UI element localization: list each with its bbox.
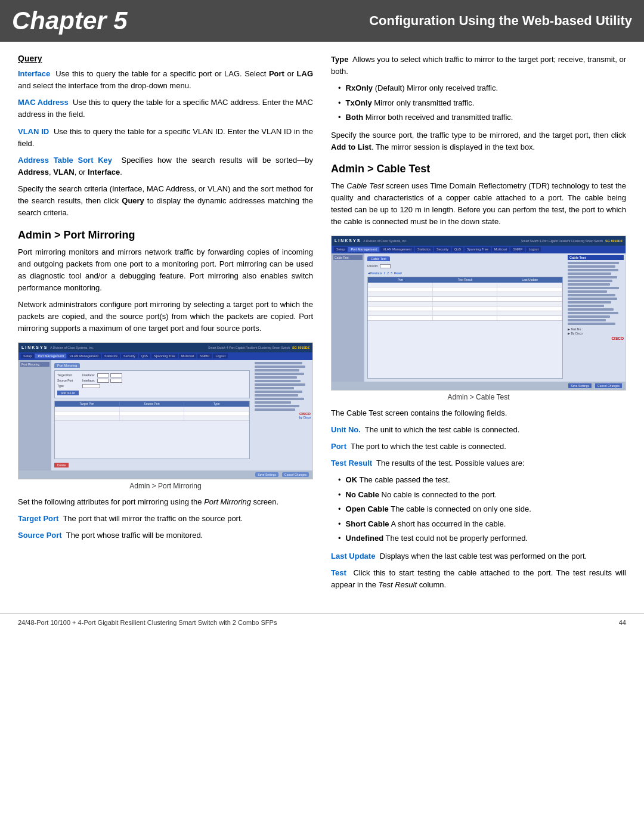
both-term: Both xyxy=(346,113,364,122)
ct-port-term: Port xyxy=(331,442,346,451)
last-update-para: Last Update Displays when the last cable… xyxy=(331,550,626,562)
pm-nav-spanning: Spanning Tree xyxy=(151,354,178,358)
rxonly-text: (Default) Mirror only received traffic. xyxy=(375,83,498,92)
cable-test-para1: The Cable Test screen uses Time Domain R… xyxy=(331,180,626,228)
target-port-term: Target Port xyxy=(18,514,58,523)
pm-nav-snmp: SNMP xyxy=(197,354,212,358)
source-port-para: Source Port The port whose traffic will … xyxy=(18,529,313,541)
ct-port-text: The port to which the test cable is conn… xyxy=(351,442,506,451)
undefined-text: The test could not be properly performed… xyxy=(386,534,528,543)
ct-logo: LINKSYS xyxy=(335,239,361,243)
cable-test-caption: Admin > Cable Test xyxy=(331,393,626,401)
pm-nav-qos: QoS xyxy=(139,354,150,358)
pm-type-select[interactable] xyxy=(82,384,100,388)
address-sort-para: Address Table Sort Key Specifies how the… xyxy=(18,154,313,178)
rxonly-item: RxOnly (Default) Mirror only received tr… xyxy=(331,82,626,94)
left-column: Query Interface Use this to query the ta… xyxy=(18,54,313,596)
short-cable-term: Short Cable xyxy=(346,519,389,528)
open-cable-text: The cable is connected on only one side. xyxy=(391,504,531,513)
ok-text: The cable passed the test. xyxy=(359,475,450,484)
pm-save-button[interactable]: Save Settings xyxy=(255,472,278,477)
port-mirroring-section: Admin > Port Mirroring Port mirroring mo… xyxy=(18,229,313,541)
right-column: Type Allows you to select which traffic … xyxy=(331,54,626,596)
ct-nav-sec: Security xyxy=(434,247,451,252)
open-cable-item: Open Cable The cable is connected on onl… xyxy=(331,503,626,515)
mac-address-para: MAC Address Use this to query the table … xyxy=(18,97,313,120)
ct-prev-link[interactable]: ◄Previous xyxy=(367,271,382,275)
ct-cancel-button[interactable]: Cancel Changes xyxy=(595,383,622,388)
port-mirroring-caption: Admin > Port Mirroring xyxy=(18,482,313,490)
ct-test-term: Test xyxy=(331,568,346,577)
ct-save-button[interactable]: Save Settings xyxy=(568,383,592,388)
txonly-term: TxOnly xyxy=(346,98,372,107)
pm-target-interface-select[interactable] xyxy=(97,373,109,377)
query-heading: Query xyxy=(18,54,313,63)
pm-target-port-select[interactable] xyxy=(110,373,122,377)
ct-test-text: Click this to start testing the cable at… xyxy=(331,568,626,589)
footer-page-number: 44 xyxy=(619,619,626,626)
type-term: Type xyxy=(331,55,348,64)
content-wrapper: Query Interface Use this to query the ta… xyxy=(0,42,644,608)
port-para: Port The port to which the test cable is… xyxy=(331,441,626,453)
page-footer: 24/48-Port 10/100 + 4-Port Gigabit Resil… xyxy=(0,614,644,631)
pm-delete-button[interactable]: Delete xyxy=(54,463,69,467)
rxonly-term: RxOnly xyxy=(346,83,373,92)
type-text: Allows you to select which traffic to mi… xyxy=(331,55,626,76)
short-cable-item: Short Cable A short has occurred in the … xyxy=(331,518,626,530)
pm-tab-portmirroring: Port Mirroring xyxy=(54,363,80,368)
query-section: Query Interface Use this to query the ta… xyxy=(18,54,313,219)
txonly-text: Mirror only transmitted traffic. xyxy=(374,98,474,107)
ct-nav-stat: Statistics xyxy=(415,247,433,252)
ct-page2[interactable]: 2 xyxy=(387,271,389,275)
pm-nav-port: Port Management xyxy=(35,354,66,358)
ct-nav-qos: QoS xyxy=(452,247,463,252)
pm-source-interface-select[interactable] xyxy=(97,379,109,383)
set-following-text: Set the following attributes for port mi… xyxy=(18,496,313,508)
both-text: Mirror both received and transmitted tra… xyxy=(366,113,513,122)
port-mirroring-para1: Port mirroring monitors and mirrors netw… xyxy=(18,246,313,295)
txonly-item: TxOnly Mirror only transmitted traffic. xyxy=(331,97,626,109)
ct-nav-span: Spanning Tree xyxy=(465,247,491,252)
pm-logo: LINKSYS xyxy=(21,345,48,349)
both-item: Both Mirror both received and transmitte… xyxy=(331,112,626,123)
ct-nav-logout: Logout xyxy=(526,247,541,252)
ct-page3[interactable]: 3 xyxy=(391,271,392,275)
ct-nav-snmp: SNMP xyxy=(510,247,525,252)
port-mirroring-para2: Network administrators configure port mi… xyxy=(18,299,313,335)
pm-nav-statistics: Statistics xyxy=(102,354,120,358)
no-cable-text: No cable is connected to the port. xyxy=(382,490,497,499)
vlan-id-term: VLAN ID xyxy=(18,127,49,136)
pm-source-port-select[interactable] xyxy=(110,379,122,383)
type-bullet-list: RxOnly (Default) Mirror only received tr… xyxy=(331,82,626,123)
ct-nav-port: Port Management xyxy=(348,247,379,252)
ct-reset[interactable]: Reset xyxy=(394,271,402,275)
ct-page1[interactable]: 1 xyxy=(383,271,385,275)
pm-nav-vlan: VLAN Management xyxy=(67,354,101,358)
contains-text: The Cable Test screen contains the follo… xyxy=(331,407,626,419)
interface-text: Use this to query the table for a specif… xyxy=(18,69,313,90)
last-update-text: Displays when the last cable test was pe… xyxy=(380,552,587,561)
type-section: Type Allows you to select which traffic … xyxy=(331,54,626,153)
source-port-term: Source Port xyxy=(18,531,62,540)
ct-unitno-input[interactable] xyxy=(380,264,391,268)
ct-nav-vlan: VLAN Management xyxy=(380,247,414,252)
no-cable-term: No Cable xyxy=(346,490,379,499)
test-result-term: Test Result xyxy=(331,459,372,467)
cable-test-screenshot: LINKSYS A Division of Cisco Systems, Inc… xyxy=(331,236,626,391)
no-cable-item: No Cable No cable is connected to the po… xyxy=(331,489,626,501)
pm-sidebar-portmirror: Port Mirroring xyxy=(20,362,49,367)
pm-nav-logout: Logout xyxy=(213,354,228,358)
ct-col-test-result: Test Result xyxy=(433,278,498,281)
cable-test-section: Admin > Cable Test The Cable Test screen… xyxy=(331,163,626,591)
unit-no-term: Unit No. xyxy=(331,425,361,434)
pm-cancel-button[interactable]: Cancel Changes xyxy=(282,472,309,477)
ct-col-port: Port xyxy=(368,278,433,281)
page-header: Chapter 5 Configuration Using the Web-ba… xyxy=(0,0,644,42)
pm-add-to-list-button[interactable]: Add to List xyxy=(57,391,79,395)
open-cable-term: Open Cable xyxy=(346,504,389,513)
ok-term: OK xyxy=(346,475,358,484)
test-result-bullets: OK The cable passed the test. No Cable N… xyxy=(331,474,626,544)
address-sort-term: Address Table Sort Key xyxy=(18,156,112,165)
cable-test-heading: Admin > Cable Test xyxy=(331,163,626,175)
undefined-term: Undefined xyxy=(346,534,384,543)
